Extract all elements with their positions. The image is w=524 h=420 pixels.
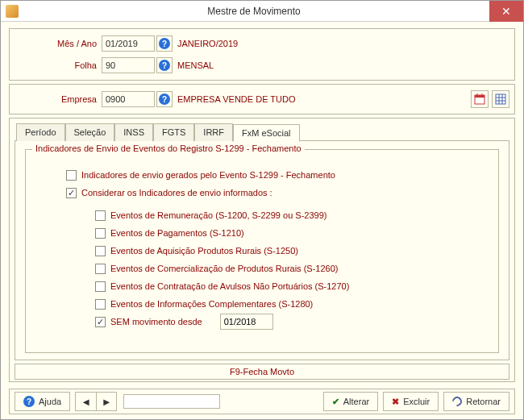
desc-folha: MENSAL [177,60,214,70]
header-panel-1: Mês / Ano ? JANEIRO/2019 Folha ? MENSAL [9,28,515,81]
group-indicadores: Indicadores de Envio de Eventos do Regis… [25,149,499,353]
input-folha[interactable] [102,57,155,73]
tab-fxm-esocial[interactable]: FxM eSocial [233,124,300,142]
row-remuneracao: Eventos de Remuneração (S-1200, S-2299 o… [95,206,489,224]
window: Mestre de Movimento ✕ Mês / Ano ? JANEIR… [0,0,524,420]
alterar-label: Alterar [343,397,369,406]
close-button[interactable]: ✕ [489,1,523,22]
row-complementares: Eventos de Informações Complementares (S… [95,295,489,313]
header-panel-2: Empresa ? EMPRESA VENDE DE TUDO [9,84,515,114]
label-remuneracao: Eventos de Remuneração (S-1200, S-2299 o… [110,210,326,220]
label-folha: Folha [15,60,102,70]
titlebar: Mestre de Movimento ✕ [1,1,523,22]
alterar-button[interactable]: ✔ Alterar [323,392,378,411]
statusbar: F9-Fecha Movto [15,364,509,380]
help-label: Ajuda [39,397,61,406]
label-opt-considerar: Considerar os Indicadores de envio infor… [81,188,272,198]
help-icon: ? [159,94,170,105]
x-icon: ✖ [392,397,399,407]
tabstrip: Período Seleção INSS FGTS IRRF FxM eSoci… [15,123,509,141]
row-avulsos: Eventos de Contratação de Avulsos Não Po… [95,277,489,295]
tab-selecao[interactable]: Seleção [65,123,115,141]
row-empresa: Empresa ? EMPRESA VENDE DE TUDO [15,89,471,109]
checkbox-opt-considerar[interactable]: ✓ [66,188,77,198]
row-pagamentos: Eventos de Pagamentos (S-1210) [95,224,489,242]
checkbox-opt-gerados[interactable] [66,170,77,181]
row-mes-ano: Mês / Ano ? JANEIRO/2019 [15,34,509,53]
label-pagamentos: Eventos de Pagamentos (S-1210) [110,228,244,238]
checkbox-sem-movimento[interactable]: ✓ [95,317,106,327]
grid-button[interactable] [492,90,509,108]
tabs-wrap: Período Seleção INSS FGTS IRRF FxM eSoci… [9,118,515,382]
label-sem-movimento: SEM movimento desde [110,317,202,326]
svg-rect-1 [475,95,484,98]
input-mes-ano[interactable] [102,35,155,52]
tab-inss[interactable]: INSS [114,123,153,141]
content: Mês / Ano ? JANEIRO/2019 Folha ? MENSAL … [1,22,523,419]
row-sem-movimento: ✓ SEM movimento desde [95,313,489,331]
retornar-label: Retornar [466,397,501,406]
row-comercializacao: Eventos de Comercialização de Produtos R… [95,260,489,277]
checkbox-avulsos[interactable] [95,281,106,292]
input-sem-movimento[interactable] [220,314,273,330]
arrow-right-icon: ► [102,396,112,408]
prev-button[interactable]: ◄ [75,392,96,411]
close-icon: ✕ [501,5,511,18]
row-opt-gerados: Indicadores de envio gerados pelo Evento… [66,166,489,184]
app-icon [6,5,19,18]
check-icon: ✔ [332,397,339,407]
group-legend: Indicadores de Envio de Eventos do Regis… [32,143,305,153]
excluir-label: Excluir [403,397,430,406]
help-button[interactable]: ? Ajuda [15,392,70,411]
checkbox-complementares[interactable] [95,299,106,310]
svg-rect-4 [496,94,505,104]
help-icon: ? [23,396,35,407]
grid-icon [495,94,506,105]
retornar-button[interactable]: Retornar [443,392,509,411]
tab-irrf[interactable]: IRRF [194,123,233,141]
help-icon: ? [159,38,170,49]
help-empresa[interactable]: ? [156,91,173,107]
return-icon [451,395,464,409]
label-opt-gerados: Indicadores de envio gerados pelo Evento… [81,170,335,180]
help-mes-ano[interactable]: ? [156,35,173,52]
desc-empresa: EMPRESA VENDE DE TUDO [177,94,296,104]
calendar-button[interactable] [471,90,489,108]
checkbox-remuneracao[interactable] [95,210,106,221]
help-folha[interactable]: ? [156,57,173,73]
label-empresa: Empresa [15,94,102,104]
input-empresa[interactable] [102,91,155,107]
label-complementares: Eventos de Informações Complementares (S… [110,299,313,309]
row-opt-considerar: ✓ Considerar os Indicadores de envio inf… [66,184,489,202]
tab-fgts[interactable]: FGTS [153,123,194,141]
row-folha: Folha ? MENSAL [15,56,509,75]
row-aquisicao: Eventos de Aquisição Produtos Rurais (S-… [95,242,489,260]
calendar-icon [474,94,485,105]
window-title: Mestre de Movimento [19,6,489,17]
desc-mes-ano: JANEIRO/2019 [177,39,238,48]
tabpage-fxm: Indicadores de Envio de Eventos do Regis… [15,140,509,360]
excluir-button[interactable]: ✖ Excluir [383,392,439,411]
progress-bar [123,394,220,409]
arrow-left-icon: ◄ [81,396,91,408]
checkbox-aquisicao[interactable] [95,246,106,256]
label-avulsos: Eventos de Contratação de Avulsos Não Po… [110,281,349,291]
checkbox-pagamentos[interactable] [95,228,106,239]
checkbox-comercializacao[interactable] [95,264,106,274]
tab-periodo[interactable]: Período [16,123,65,141]
help-icon: ? [159,60,170,71]
label-aquisicao: Eventos de Aquisição Produtos Rurais (S-… [110,246,298,256]
label-mes-ano: Mês / Ano [15,39,102,48]
label-comercializacao: Eventos de Comercialização de Produtos R… [110,264,338,273]
status-text: F9-Fecha Movto [230,367,294,376]
bottombar: ? Ajuda ◄ ► ✔ Alterar ✖ Excluir Retornar [9,389,515,414]
next-button[interactable]: ► [96,392,117,411]
